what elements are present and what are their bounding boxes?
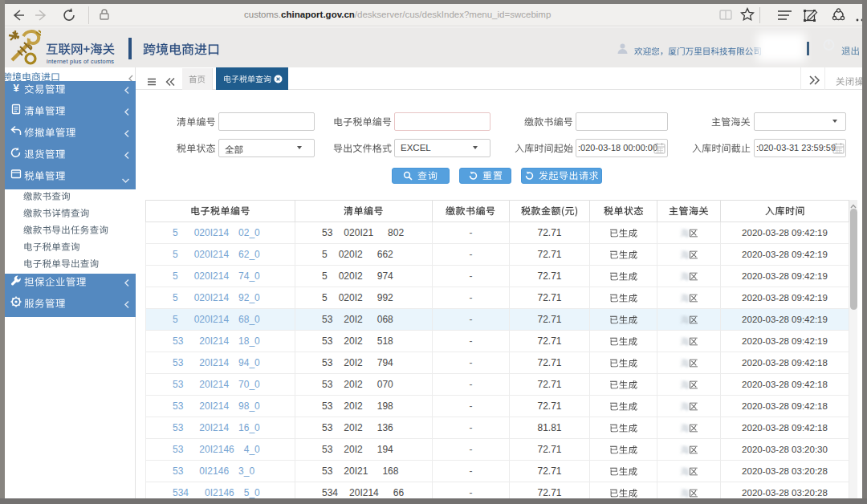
svg-text:¥: ¥	[13, 82, 19, 93]
